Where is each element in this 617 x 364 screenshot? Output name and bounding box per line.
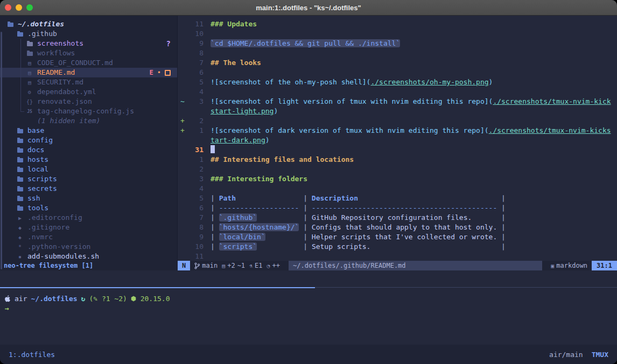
editor-line[interactable]: 5| Path | Description | [178, 194, 617, 203]
editor-line[interactable]: 9| `local/bin` | Helper scripts that I'v… [178, 232, 617, 242]
sidebar-item-workflows[interactable]: workflows [0, 48, 177, 58]
editor-line[interactable]: ~3![screenshot of light version of tmux … [178, 97, 617, 106]
sidebar-item-label: .editorconfig [27, 213, 82, 223]
syntax-segment: tart-dark.png [211, 136, 265, 144]
sidebar-item-label: dependabot.yml [37, 87, 96, 97]
gutter-sign [178, 68, 189, 77]
sidebar-item-tag-changelog-config.js[interactable]: JStag-changelog-config.js [0, 106, 177, 116]
folder-icon [17, 158, 23, 162]
sidebar-item--1-hidden-item-[interactable]: (1 hidden item) [0, 116, 177, 126]
extra-indicator: ++ [272, 262, 280, 269]
tmux-window-tab[interactable]: 1:.dotfiles [9, 351, 55, 359]
sidebar-item-dependabot.yml[interactable]: ⚙dependabot.yml [0, 87, 177, 97]
sidebar-item-add-submodules.sh[interactable]: ▪add-submodules.sh [0, 252, 177, 261]
syntax-segment: Setup scripts. [312, 242, 371, 251]
sidebar-item-docs[interactable]: docs [0, 145, 177, 155]
line-number: 3 [189, 97, 211, 106]
sidebar-item-.editorconfig[interactable]: ▶.editorconfig [0, 213, 177, 223]
editor-line[interactable]: 7| `.github` | GitHub Repository configu… [178, 213, 617, 223]
editor-line[interactable]: 10 [178, 29, 617, 39]
editor-line[interactable]: start-light.png) [178, 106, 617, 116]
sidebar-scrollbar[interactable] [1, 32, 2, 269]
editor-line[interactable]: 8 [178, 48, 617, 58]
editor-line[interactable]: 5![screenshot of the oh-my-posh shell](.… [178, 77, 617, 87]
editor-line[interactable]: 7## The looks [178, 58, 617, 68]
statusline-row: neo-tree filesystem [1] N main ▤+2~1 ⚗E1… [0, 261, 617, 270]
sidebar-item-code-of-conduct.md[interactable]: ▤CODE_OF_CONDUCT.md [0, 58, 177, 68]
titlebar[interactable]: main:1:.dotfiles - "ks~/.dotfiles" [0, 0, 617, 16]
sidebar-item-renovate.json[interactable]: {}renovate.json [0, 97, 177, 106]
syntax-segment: | [299, 204, 311, 212]
sidebar-item-label: tools [27, 203, 48, 213]
sidebar-item-config[interactable]: config [0, 135, 177, 145]
neotree-sidebar: ~/.dotfiles.githubscreenshots?workflows▤… [0, 16, 178, 261]
editor-line[interactable]: 4 [178, 184, 617, 194]
editor-line[interactable]: 10| `scripts` | Setup scripts. | [178, 242, 617, 252]
line-number: 7 [189, 213, 211, 223]
line-text: ![screenshot of dark version of tmux wit… [211, 126, 617, 135]
active-pane-border [0, 287, 315, 288]
editor-line[interactable]: 4 [178, 87, 617, 97]
sidebar-item-readme.md[interactable]: ▤README.mdE• [0, 68, 177, 77]
sidebar-item-scripts[interactable]: scripts [0, 174, 177, 184]
sidebar-item-tools[interactable]: tools [0, 203, 177, 213]
editor-line[interactable]: 2 [178, 165, 617, 174]
editor-line[interactable]: 3### Interesting folders [178, 174, 617, 184]
editor-line[interactable]: 9`cd $HOME/.dotfiles && git pull && ./in… [178, 39, 617, 48]
line-number: 9 [189, 232, 211, 242]
sidebar-item-hosts[interactable]: hosts [0, 155, 177, 165]
gutter-sign [178, 223, 189, 232]
sidebar-item-ssh[interactable]: ssh [0, 194, 177, 203]
mode-indicator: N [178, 261, 190, 270]
git-counts: ?1 ~2 [102, 295, 123, 303]
sidebar-item-label: .gitignore [27, 223, 69, 232]
git-sync-icon: ↻ [81, 295, 86, 303]
tmux-pane-divider[interactable] [0, 287, 617, 288]
editor-line[interactable]: 1## Interesting files and locations [178, 155, 617, 165]
line-number: 4 [189, 87, 211, 97]
editor-line[interactable]: 11### Updates [178, 19, 617, 29]
editor-line[interactable]: +2 [178, 116, 617, 126]
sidebar-item-.python-version[interactable]: *.python-version [0, 242, 177, 252]
tmux-top-pane: ~/.dotfiles.githubscreenshots?workflows▤… [0, 16, 617, 261]
sidebar-item-security.md[interactable]: ▤SECURITY.md [0, 77, 177, 87]
line-text: | ------------------- | ----------------… [211, 203, 617, 213]
editor-line[interactable]: 6 [178, 68, 617, 77]
folder-icon [17, 197, 23, 201]
editor-line[interactable]: 6| ------------------- | ---------------… [178, 203, 617, 213]
sidebar-item-base[interactable]: base [0, 126, 177, 135]
gutter-sign [178, 184, 189, 194]
editor-pane[interactable]: 11### Updates 10 9`cd $HOME/.dotfiles &&… [178, 16, 617, 261]
tmux-status-bar: 1:.dotfiles air/main TMUX [0, 345, 617, 364]
editor-line[interactable]: 11 [178, 252, 617, 261]
sidebar-item--.dotfiles[interactable]: ~/.dotfiles [0, 19, 177, 29]
sidebar-item-screenshots[interactable]: screenshots? [0, 39, 177, 48]
syntax-segment: ## The looks [211, 59, 261, 67]
syntax-segment [257, 213, 299, 222]
gutter-sign: + [178, 126, 189, 135]
shell-pane[interactable]: air ~/.dotfiles ↻ (✎ ?1 ~2) 20.15.0 → [0, 288, 617, 345]
editor-line[interactable]: 31 [178, 145, 617, 155]
sidebar-item-local[interactable]: local [0, 165, 177, 174]
editor-line[interactable]: tart-dark.png) [178, 135, 617, 145]
diagnostics-segment: ⚗E1 [249, 262, 262, 269]
line-number: 1 [189, 155, 211, 165]
sidebar-item-label: (1 hidden item) [37, 116, 100, 126]
line-text: ### Interesting folders [211, 174, 617, 184]
line-number: 6 [189, 68, 211, 77]
sidebar-item-.gitignore[interactable]: ◆.gitignore [0, 223, 177, 232]
folder-icon [17, 148, 23, 153]
sidebar-item-secrets[interactable]: secrets [0, 184, 177, 194]
editor-line[interactable]: +1![screenshot of dark version of tmux w… [178, 126, 617, 135]
shell-input-line[interactable]: → [5, 303, 617, 313]
line-number: 31 [189, 145, 211, 155]
line-number [189, 135, 211, 145]
editor-line[interactable]: 8| `hosts/{hostname}/` | Configs that sh… [178, 223, 617, 232]
gutter-sign [178, 58, 189, 68]
syntax-segment: Description [312, 194, 358, 202]
sidebar-item-.nvmrc[interactable]: ◈.nvmrc [0, 232, 177, 242]
folder-icon [27, 52, 33, 56]
sidebar-item-.github[interactable]: .github [0, 29, 177, 39]
sidebar-item-label: README.md [37, 68, 75, 77]
line-number: 2 [189, 165, 211, 174]
